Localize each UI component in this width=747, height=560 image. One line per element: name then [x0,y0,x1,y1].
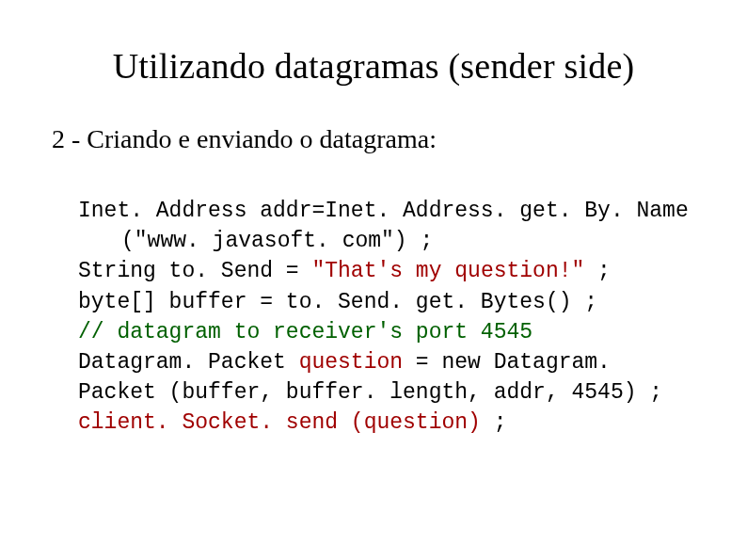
code-identifier: question [299,350,403,375]
slide-title: Utilizando datagramas (sender side) [52,45,695,87]
slide: Utilizando datagramas (sender side) 2 - … [0,0,747,560]
code-line-1: Inet. Address addr=Inet. Address. get. B… [78,196,695,226]
code-text: ; [481,410,507,435]
code-line-7: client. Socket. send (question) ; [78,408,695,438]
code-call: client. Socket. send (question) [78,410,481,435]
code-text: ; [584,259,611,283]
code-string-literal: "That's my question!" [311,259,584,283]
code-line-6: Datagram. Packet question = new Datagram… [78,347,695,408]
code-comment: // datagram to receiver's port 4545 [78,320,532,344]
slide-subtitle: 2 - Criando e enviando o datagrama: [52,124,695,154]
code-text: Datagram. Packet [78,350,299,375]
code-line-4: byte[] buffer = to. Send. get. Bytes() ; [78,287,695,317]
code-block: Inet. Address addr=Inet. Address. get. B… [78,196,695,439]
code-line-5: // datagram to receiver's port 4545 [78,317,695,347]
code-text: String to. Send = [78,259,311,283]
code-line-2: ("www. javasoft. com") ; [78,226,695,256]
code-line-3: String to. Send = "That's my question!" … [78,256,695,286]
